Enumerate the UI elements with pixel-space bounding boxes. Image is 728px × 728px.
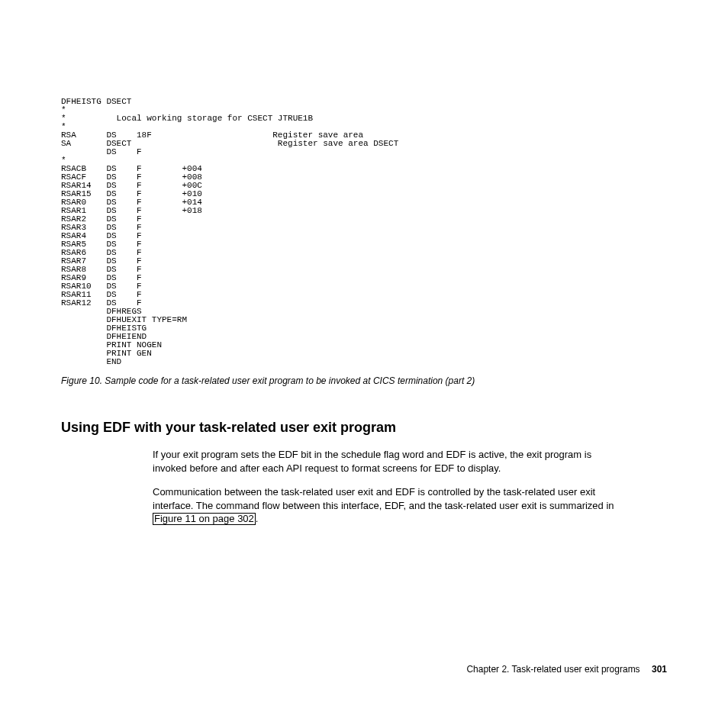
figure-caption: Figure 10. Sample code for a task-relate… <box>61 375 667 386</box>
footer-chapter: Chapter 2. Task-related user exit progra… <box>466 664 639 675</box>
footer-page-number: 301 <box>652 664 667 675</box>
body-text: If your exit program sets the EDF bit in… <box>153 448 626 526</box>
section-heading: Using EDF with your task-related user ex… <box>61 420 667 436</box>
paragraph-2-text-3: . <box>256 513 259 524</box>
code-listing: DFHEISTG DSECT * * Local working storage… <box>61 98 667 366</box>
paragraph-1: If your exit program sets the EDF bit in… <box>153 448 626 475</box>
paragraph-2-text-1: Communication between the task-related u… <box>153 486 614 511</box>
page-footer: Chapter 2. Task-related user exit progra… <box>466 664 667 675</box>
paragraph-2: Communication between the task-related u… <box>153 485 626 526</box>
cross-reference-link[interactable]: Figure 11 on page 302 <box>153 513 256 525</box>
page: DFHEISTG DSECT * * Local working storage… <box>0 0 728 728</box>
